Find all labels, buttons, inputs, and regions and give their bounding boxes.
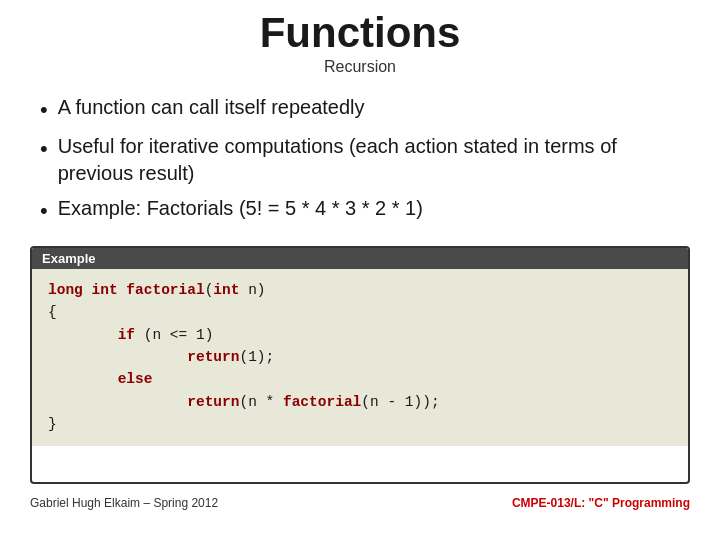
code-line-2: { [48, 301, 672, 323]
bullet-text-3: Example: Factorials (5! = 5 * 4 * 3 * 2 … [58, 195, 690, 222]
subtitle: Recursion [30, 58, 690, 76]
footer-right: CMPE-013/L: "C" Programming [512, 496, 690, 510]
bullet-item-1: • A function can call itself repeatedly [40, 94, 690, 125]
bullet-dot-3: • [40, 196, 48, 226]
code-area: long int factorial(int n) { if (n <= 1) … [32, 269, 688, 446]
code-line-4: return(1); [48, 346, 672, 368]
code-line-6: return(n * factorial(n - 1)); [48, 391, 672, 413]
code-line-3: if (n <= 1) [48, 324, 672, 346]
bullet-item-2: • Useful for iterative computations (eac… [40, 133, 690, 187]
code-line-5: else [48, 368, 672, 390]
bullets-section: • A function can call itself repeatedly … [40, 94, 690, 233]
footer: Gabriel Hugh Elkaim – Spring 2012 CMPE-0… [30, 492, 690, 510]
example-box: Example long int factorial(int n) { if (… [30, 246, 690, 484]
bullet-dot-1: • [40, 95, 48, 125]
bullet-item-3: • Example: Factorials (5! = 5 * 4 * 3 * … [40, 195, 690, 226]
code-line-1: long int factorial(int n) [48, 279, 672, 301]
footer-left: Gabriel Hugh Elkaim – Spring 2012 [30, 496, 218, 510]
bullet-dot-2: • [40, 134, 48, 164]
main-title: Functions [30, 10, 690, 56]
title-section: Functions Recursion [30, 10, 690, 76]
example-header: Example [32, 248, 688, 269]
bullet-text-1: A function can call itself repeatedly [58, 94, 690, 121]
slide-container: Functions Recursion • A function can cal… [0, 0, 720, 540]
code-line-7: } [48, 413, 672, 435]
bullet-text-2: Useful for iterative computations (each … [58, 133, 690, 187]
